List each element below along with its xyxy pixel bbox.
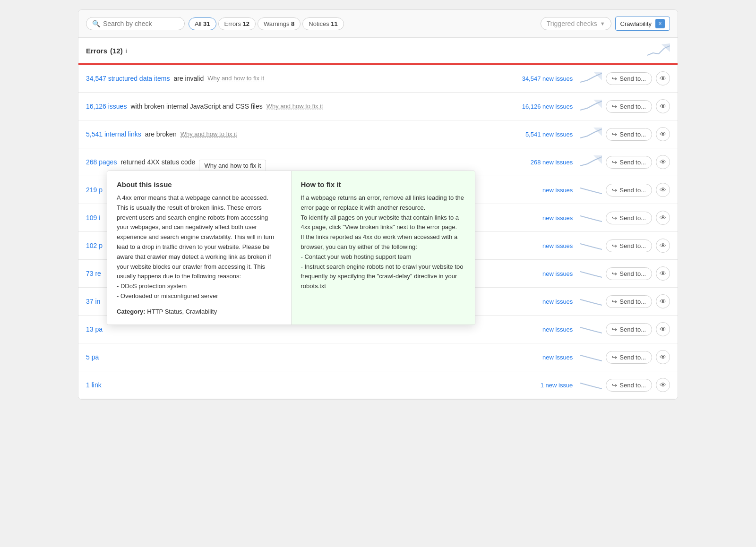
send-label: Send to... — [619, 75, 646, 82]
why-fix-link[interactable]: Why and how to fix it — [207, 75, 264, 82]
trend-icon — [580, 350, 602, 364]
issue-link[interactable]: 268 pages — [86, 158, 117, 166]
trend-icon — [580, 267, 602, 280]
eye-button[interactable]: 👁 — [656, 378, 670, 392]
eye-button[interactable]: 👁 — [656, 211, 670, 225]
why-fix-tooltip: About this issue A 4xx error means that … — [107, 171, 475, 325]
eye-icon: 👁 — [660, 270, 666, 277]
issue-description: 13 pa — [86, 325, 493, 333]
send-to-button[interactable]: ↪ Send to... — [606, 156, 652, 169]
issue-link[interactable]: 109 i — [86, 214, 100, 222]
issue-link[interactable]: 5 pa — [86, 353, 99, 361]
issue-link[interactable]: 73 re — [86, 270, 101, 277]
table-row: 1 link 1 new issue ↪ Send to... 👁 — [78, 371, 678, 399]
send-label: Send to... — [619, 103, 646, 110]
trend-icon — [580, 128, 602, 141]
send-to-button[interactable]: ↪ Send to... — [606, 72, 652, 85]
eye-icon: 👁 — [660, 325, 666, 333]
triggered-checks-dropdown[interactable]: Triggered checks ▼ — [541, 17, 611, 30]
issue-link[interactable]: 16,126 issues — [86, 103, 127, 110]
tab-notices[interactable]: Notices 11 — [302, 17, 344, 30]
issue-description: 34,547 structured data items are invalid… — [86, 75, 493, 82]
tab-errors[interactable]: Errors 12 — [218, 17, 256, 30]
send-label: Send to... — [619, 298, 646, 305]
tab-notices-label: Notices — [309, 20, 329, 27]
why-fix-link[interactable]: Why and how to fix it — [266, 103, 323, 110]
send-icon: ↪ — [612, 131, 617, 138]
tab-all-label: All — [195, 20, 201, 27]
issue-count: new issues — [497, 326, 573, 333]
eye-icon: 👁 — [660, 158, 666, 166]
send-label: Send to... — [619, 354, 646, 361]
eye-button[interactable]: 👁 — [656, 322, 670, 336]
search-input[interactable] — [103, 20, 179, 27]
issue-description: 268 pages returned 4XX status code Why a… — [86, 158, 493, 166]
search-box[interactable]: 🔍 — [86, 17, 185, 30]
tooltip-about-title: About this issue — [117, 180, 282, 188]
issue-link[interactable]: 1 link — [86, 381, 102, 389]
issue-link[interactable]: 34,547 structured data items — [86, 75, 170, 82]
send-label: Send to... — [619, 159, 646, 166]
send-icon: ↪ — [612, 270, 617, 277]
send-icon: ↪ — [612, 159, 617, 166]
send-to-button[interactable]: ↪ Send to... — [606, 128, 652, 141]
send-to-button[interactable]: ↪ Send to... — [606, 100, 652, 113]
eye-button[interactable]: 👁 — [656, 155, 670, 169]
crawlability-close-button[interactable]: × — [655, 19, 665, 28]
send-icon: ↪ — [612, 354, 617, 361]
send-to-button[interactable]: ↪ Send to... — [606, 212, 652, 224]
send-label: Send to... — [619, 382, 646, 389]
send-label: Send to... — [619, 242, 646, 249]
why-fix-link[interactable]: Why and how to fix it — [180, 130, 237, 138]
issue-count: new issues — [497, 298, 573, 305]
trend-icon — [580, 323, 602, 336]
trend-icon — [580, 183, 602, 197]
send-label: Send to... — [619, 270, 646, 277]
eye-icon: 👁 — [660, 186, 666, 194]
send-to-button[interactable]: ↪ Send to... — [606, 267, 652, 280]
tab-notices-count: 11 — [331, 20, 337, 27]
tooltip-about-section: About this issue A 4xx error means that … — [107, 171, 292, 325]
issue-suffix: are invalid — [173, 75, 204, 82]
eye-icon: 👁 — [660, 130, 666, 138]
eye-button[interactable]: 👁 — [656, 294, 670, 308]
send-to-button[interactable]: ↪ Send to... — [606, 295, 652, 308]
issue-suffix: returned 4XX status code — [120, 158, 195, 166]
issue-link[interactable]: 5,541 internal links — [86, 130, 141, 138]
eye-icon: 👁 — [660, 75, 666, 82]
send-to-button[interactable]: ↪ Send to... — [606, 323, 652, 336]
tooltip-fix-section: How to fix it If a webpage returns an er… — [292, 171, 475, 325]
issue-link[interactable]: 37 in — [86, 298, 100, 305]
errors-title: Errors (12) i — [86, 47, 127, 55]
eye-button[interactable]: 👁 — [656, 239, 670, 253]
tab-warnings[interactable]: Warnings 8 — [258, 17, 301, 30]
send-icon: ↪ — [612, 75, 617, 82]
table-row: 5,541 internal links are broken Why and … — [78, 120, 678, 148]
crawlability-filter[interactable]: Crawlability × — [615, 17, 670, 31]
send-to-button[interactable]: ↪ Send to... — [606, 379, 652, 392]
tooltip-fix-body: If a webpage returns an error, remove al… — [301, 193, 466, 291]
issue-link[interactable]: 13 pa — [86, 325, 103, 333]
issue-link[interactable]: 102 p — [86, 242, 103, 249]
send-to-button[interactable]: ↪ Send to... — [606, 184, 652, 197]
issue-suffix: with broken internal JavaScript and CSS … — [130, 103, 262, 110]
issue-description: 16,126 issues with broken internal JavaS… — [86, 103, 493, 110]
eye-button[interactable]: 👁 — [656, 71, 670, 85]
tooltip-fix-title: How to fix it — [301, 180, 466, 188]
send-to-button[interactable]: ↪ Send to... — [606, 239, 652, 252]
info-icon[interactable]: i — [126, 47, 128, 54]
eye-button[interactable]: 👁 — [656, 350, 670, 364]
trend-icon — [580, 155, 602, 169]
eye-button[interactable]: 👁 — [656, 183, 670, 197]
eye-button[interactable]: 👁 — [656, 266, 670, 281]
eye-button[interactable]: 👁 — [656, 127, 670, 141]
eye-button[interactable]: 👁 — [656, 99, 670, 113]
send-icon: ↪ — [612, 298, 617, 305]
issue-count: new issues — [497, 354, 573, 361]
issue-link[interactable]: 219 p — [86, 186, 103, 194]
send-to-button[interactable]: ↪ Send to... — [606, 351, 652, 364]
tab-all[interactable]: All 31 — [189, 17, 216, 30]
why-fix-link-active[interactable]: Why and how to fix it — [199, 160, 266, 172]
svg-marker-0 — [662, 43, 670, 52]
issue-description: 5,541 internal links are broken Why and … — [86, 130, 493, 138]
